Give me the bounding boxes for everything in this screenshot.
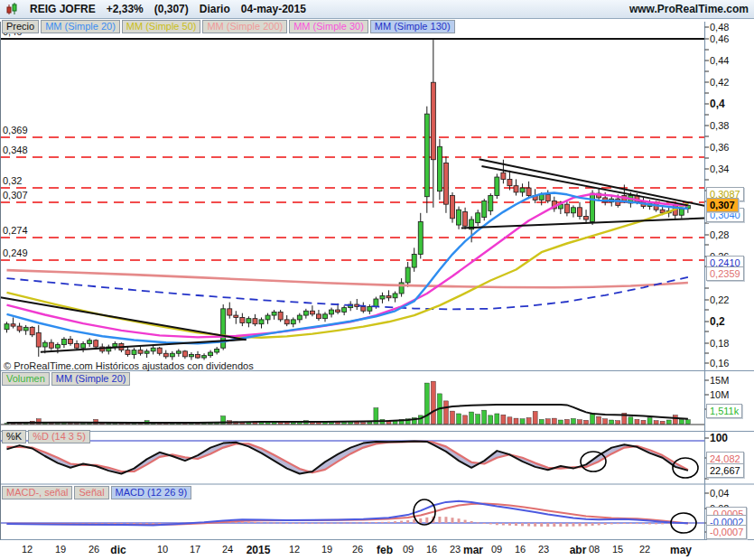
- x-axis-label: 16: [515, 544, 526, 555]
- x-axis-label: 09: [491, 544, 502, 555]
- x-axis-label: may: [670, 544, 692, 556]
- legend-chip-volumen[interactable]: Volumen: [2, 372, 50, 386]
- x-axis-label: 15: [612, 544, 623, 555]
- legend-chip-macd-se-al[interactable]: MACD-, señal: [2, 486, 72, 499]
- legend-chip-d-14-3-5[interactable]: %D (14 3 5): [28, 430, 90, 443]
- legend-chip-se-al[interactable]: Señal: [74, 486, 108, 499]
- price-value-badge: 0,2359: [706, 266, 744, 281]
- price-flag: 0,32: [2, 175, 23, 186]
- x-axis-label: 12: [22, 544, 33, 555]
- price-axis-label: 0,4: [710, 98, 725, 110]
- price-axis-label: 0,38: [710, 120, 729, 131]
- legend-chip-macd-12-26-9[interactable]: MACD (12 26 9): [111, 486, 191, 499]
- x-axis-label: dic: [110, 544, 126, 556]
- legend-chip-mm-simple-50[interactable]: MM (Simple 50): [122, 20, 201, 33]
- prorealtime-window: REIG JOFRE +2,33% (0,307) Diario 04-may-…: [0, 0, 754, 560]
- volume-value-badge: 1,511k: [706, 404, 742, 418]
- x-axis-label: feb: [377, 544, 393, 556]
- x-axis-label: 09: [403, 544, 414, 555]
- price-flag: 0,348: [2, 145, 29, 155]
- x-axis-label: abr: [570, 544, 587, 556]
- macd-axis-label: 0,04: [710, 488, 729, 499]
- x-axis-label: mar: [463, 544, 483, 556]
- x-axis-label: 08: [589, 544, 600, 555]
- x-axis-label: 2015: [247, 544, 271, 556]
- chart-area[interactable]: [0, 0, 754, 560]
- volume-axis-label: 15M: [710, 375, 729, 386]
- price-axis-label: 0,48: [710, 22, 729, 33]
- price-flag: 0,369: [2, 125, 29, 135]
- price-flag: 0,307: [2, 190, 29, 201]
- legend-chip-precio[interactable]: Precio: [2, 20, 39, 33]
- x-axis-label: 10: [157, 544, 168, 555]
- price-axis-label: 0,18: [710, 338, 729, 349]
- x-axis-label: 17: [190, 544, 200, 555]
- x-axis-label: 16: [426, 544, 437, 555]
- x-axis-label: 22: [639, 544, 650, 555]
- stoch-value-badge: 22,667: [706, 463, 744, 478]
- x-axis-label: 12: [289, 544, 300, 555]
- price-value-badge: 0,307: [706, 198, 739, 212]
- x-axis-label: 23: [538, 544, 549, 555]
- price-axis-label: 0,16: [710, 358, 729, 369]
- price-axis-label: 0,28: [710, 229, 729, 240]
- price-axis-label: 0,2: [710, 315, 725, 328]
- x-axis-label: 23: [450, 544, 461, 555]
- stoch-axis-label: 100: [710, 432, 728, 444]
- x-axis-label: 24: [222, 544, 233, 555]
- legend-chip-mm-simple-20[interactable]: MM (Simple 20): [51, 372, 131, 386]
- macd-legend: MACD-, señalSeñalMACD (12 26 9): [2, 486, 191, 499]
- price-flag: 0,274: [2, 225, 29, 236]
- price-axis-label: 0,34: [710, 163, 729, 174]
- price-legend: PrecioMM (Simple 20)MM (Simple 50)MM (Si…: [2, 20, 455, 33]
- stochastic-legend: %K%D (14 3 5): [2, 430, 90, 443]
- x-axis-label: 19: [55, 544, 66, 555]
- x-axis-label: 26: [352, 544, 363, 555]
- legend-chip-mm-simple-30[interactable]: MM (Simple 30): [289, 20, 368, 33]
- legend-chip-k[interactable]: %K: [2, 430, 26, 443]
- legend-chip-mm-simple-20[interactable]: MM (Simple 20): [41, 20, 120, 33]
- price-axis-label: 0,44: [710, 55, 729, 66]
- macd-value-badge: -0,0007: [706, 525, 747, 539]
- price-axis-label: 0,46: [710, 33, 729, 44]
- legend-chip-mm-simple-130[interactable]: MM (Simple 130): [370, 20, 455, 33]
- volume-axis-label: 10M: [710, 389, 729, 400]
- legend-chip-mm-simple-200[interactable]: MM (Simple 200): [202, 20, 287, 33]
- price-axis-label: 0,36: [710, 142, 729, 153]
- x-axis-label: 19: [321, 544, 332, 555]
- data-source-caption: © ProRealTime.com Históricos ajustados c…: [4, 360, 254, 371]
- price-axis-label: 0,22: [710, 294, 729, 305]
- price-flag: 0,249: [2, 247, 29, 258]
- x-axis-label: 26: [88, 544, 99, 555]
- volume-legend: VolumenMM (Simple 20): [2, 372, 130, 386]
- price-axis-label: 0,42: [710, 77, 729, 88]
